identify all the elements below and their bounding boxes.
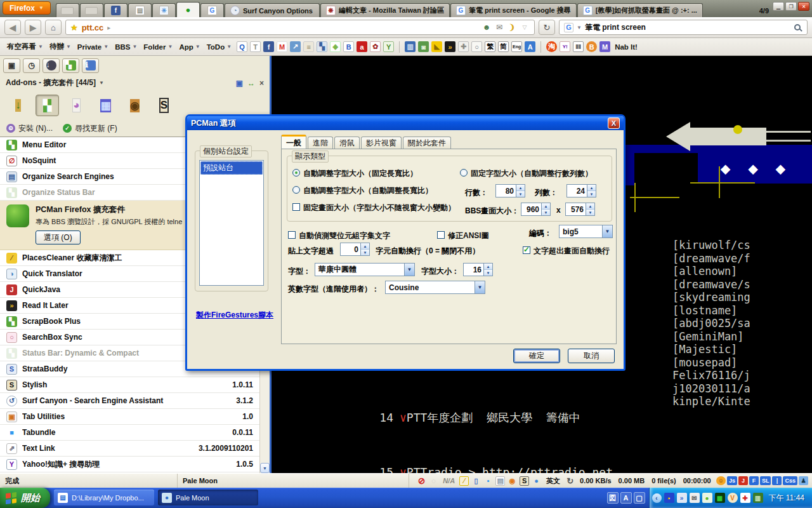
bbs-board-row[interactable]: 15 ∨ PTTradio > http://pttradio.net [367, 465, 613, 474]
url-bar[interactable]: ★ ptt.cc ▸ ☻ ✉ ❩ ▽ [65, 20, 535, 35]
rows-value[interactable]: 80 [495, 184, 516, 197]
ime-button[interactable]: A [620, 492, 632, 504]
arrow-icon[interactable]: » [445, 41, 455, 52]
close-button[interactable]: ✕ [798, 2, 809, 11]
extensions-button[interactable]: ▚ [62, 58, 79, 73]
page-tab[interactable]: ◔ Surf Canyon Options [225, 3, 320, 17]
radio-fixed-font-size[interactable]: 固定字型大小（自動調整行數列數） [460, 168, 593, 179]
tray-collapse-icon[interactable]: ‹ [652, 493, 662, 503]
downloads-button[interactable]: ↓ [43, 58, 60, 73]
dialog-tab[interactable]: 進階 [308, 137, 333, 149]
app-tab[interactable]: G [200, 3, 224, 17]
addon-row[interactable]: ▣ Tab Utilities 1.0 [0, 409, 270, 425]
facebook-icon[interactable]: f [263, 41, 274, 52]
page-tab[interactable]: G 筆電 print screen - Google 搜尋 [450, 3, 577, 17]
task-button[interactable]: ● Pale Moon [158, 490, 258, 505]
magnifier-icon[interactable]: ○ [471, 41, 482, 52]
dropdown-icon[interactable]: ▽ [520, 24, 530, 30]
site-list-item[interactable]: 預設站台 [200, 161, 263, 175]
bookmark-folder[interactable]: App▼ [176, 40, 203, 53]
font-combobox[interactable]: 華康中圓體 ▼ [315, 263, 415, 276]
wireless-icon[interactable]: » [677, 493, 687, 503]
cols-spinner[interactable]: 24 ▲▼ [566, 184, 596, 197]
plus-icon[interactable]: ✚ [458, 41, 469, 52]
firefox-icon[interactable]: ◉ [508, 476, 517, 486]
addon-row[interactable]: ■ Tabundle 0.0.11 [0, 425, 270, 441]
panel-icon[interactable]: ▯ [471, 476, 481, 486]
chevron-down-icon[interactable]: ▼ [404, 264, 414, 276]
zoom-icon[interactable]: ◌ [429, 476, 438, 486]
paste-wrap-value[interactable]: 0 [340, 243, 360, 256]
radio-auto-font-fixed-ratio[interactable]: 自動調整字型大小（固定長寬比） [292, 168, 417, 179]
bbs-board-row[interactable]: 14 ∨ PTT年度企劃 鄉民大學 籌備中 [367, 411, 613, 425]
apple-icon[interactable]: ● [702, 493, 712, 503]
addon-row[interactable]: Y Yahoo!知識+ 搜尋助理 1.0.5 [0, 457, 270, 472]
screenshot-icon[interactable]: ▣ [236, 79, 243, 88]
gmail-icon[interactable]: M [277, 41, 287, 52]
stylish-category-icon[interactable]: S [152, 95, 176, 116]
bbs-height-value[interactable]: 576 [565, 203, 586, 216]
broom-icon[interactable]: ⁄ [459, 476, 469, 486]
bookmark-folder[interactable]: BBS▼ [112, 40, 140, 53]
b-bookmark-icon[interactable]: B [343, 41, 354, 52]
translate-icon[interactable]: A [525, 41, 535, 52]
q-bookmark-icon[interactable]: Q [237, 41, 247, 52]
security-icon[interactable]: ✚ [740, 493, 750, 503]
find-updates-button[interactable]: ✓ 尋找更新 (F) [63, 123, 117, 134]
app-tab[interactable]: ▤ [128, 3, 152, 17]
identity-icon[interactable]: ☻ [481, 23, 492, 32]
install-category-icon[interactable]: ↓ [6, 95, 30, 116]
lan-icon[interactable]: ▥ [753, 493, 763, 503]
a-bookmark-icon[interactable]: a [357, 41, 367, 52]
bookmark-star-icon[interactable]: ★ [70, 23, 78, 32]
addon-row[interactable]: S Stylish 1.0.11 [0, 377, 270, 393]
page-tab[interactable]: ❋ 編輯文章 - Mozilla Taiwan 討論區 [320, 3, 450, 17]
scroll-down-arrow[interactable]: ▼ [260, 463, 270, 473]
quill-icon[interactable]: ❩ [507, 23, 517, 32]
globe-icon[interactable]: ● [532, 476, 541, 486]
search-bar[interactable]: G ▼ 筆電 print screen [559, 20, 808, 35]
extensions-category-icon[interactable]: ▚ [36, 95, 59, 116]
chevron-down-icon[interactable]: ▼ [99, 80, 104, 86]
status-badge[interactable]: F [749, 476, 759, 485]
font-size-spinner[interactable]: 16 ▲▼ [463, 263, 493, 276]
dialog-tab[interactable]: 一般 [281, 135, 306, 149]
yahoo-icon[interactable]: Y! [560, 41, 570, 52]
page-tab[interactable]: G [教學]如何抓取螢幕畫面 @ :+: ... [577, 3, 703, 17]
rss-icon[interactable]: ↗ [290, 41, 301, 52]
bookmark-folder[interactable]: ToDo▼ [204, 40, 235, 53]
status-badge[interactable]: | [772, 476, 782, 485]
bars-icon[interactable]: ‖‖ [573, 41, 584, 52]
app-tab[interactable] [80, 3, 103, 17]
app-tab[interactable]: ✳ [152, 3, 176, 17]
status-badge[interactable]: SL [760, 476, 771, 485]
square-icon[interactable]: ▪ [483, 476, 493, 486]
bookmarks-panel-button[interactable]: ▣ [3, 58, 20, 73]
greasemonkey-category-icon[interactable]: ◉ [123, 95, 147, 116]
taobao-icon[interactable]: 淘 [546, 41, 557, 52]
corner-icon[interactable]: ◣ [431, 41, 442, 52]
history-button[interactable]: ◷ [23, 58, 40, 73]
reload-button[interactable]: ↻ [539, 20, 555, 35]
cancel-button[interactable]: 取消 [568, 349, 615, 363]
document-icon[interactable]: ≡ [303, 41, 314, 52]
addon-row[interactable]: ⇗ Text Link 3.1.2009110201 [0, 441, 270, 457]
addon-row[interactable]: ↺ Surf Canyon - Search Engine Assistant … [0, 393, 270, 409]
status-badge[interactable]: Css [783, 476, 797, 485]
chevron-down-icon[interactable]: ▼ [475, 281, 485, 293]
minimize-button[interactable]: ▁ [773, 2, 784, 11]
blogger-icon[interactable]: B [586, 41, 597, 52]
lock-icon[interactable]: ▪ [664, 493, 674, 503]
row-link[interactable]: http://pttradio.net [482, 465, 613, 474]
t-bookmark-icon[interactable]: T [250, 41, 261, 52]
dialog-tab[interactable]: 影片視窗 [361, 137, 402, 149]
bbs-height-spinner[interactable]: 576 ▲▼ [565, 203, 595, 216]
site-listbox[interactable]: 預設站台 [199, 160, 264, 286]
status-badge[interactable]: ♟ [799, 476, 808, 485]
bookmark-nab-it[interactable]: Nab It! [615, 43, 638, 51]
checkbox-fix-ansi[interactable]: 修正ANSI圖 [437, 231, 489, 241]
book-icon[interactable]: ▥ [405, 41, 416, 52]
search-magnifier-icon[interactable] [794, 24, 801, 30]
start-button[interactable]: 開始 [0, 488, 50, 508]
checkbox-fixed-screen-size[interactable]: 固定畫面大小（字型大小不隨視窗大小變動） [292, 203, 455, 213]
